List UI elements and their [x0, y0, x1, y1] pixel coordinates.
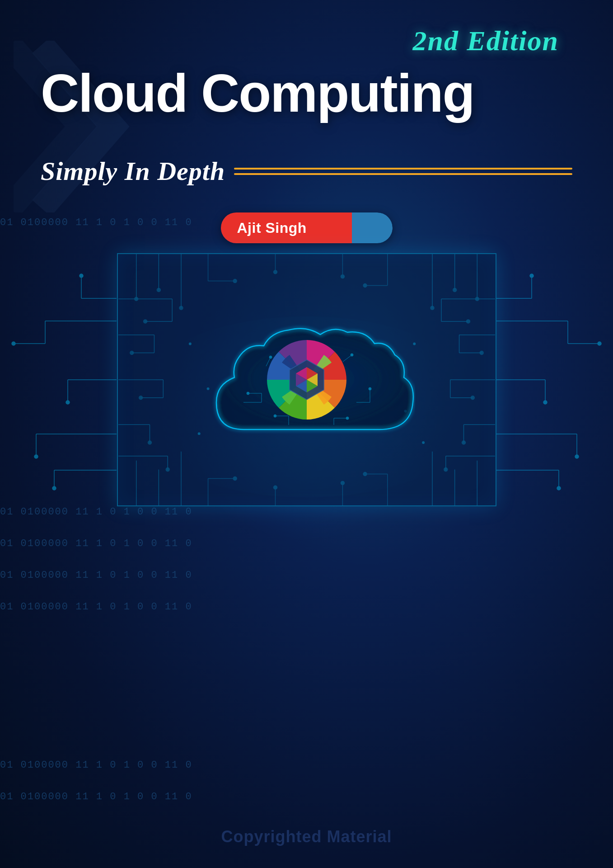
- svg-point-111: [66, 401, 70, 404]
- svg-point-30: [466, 320, 470, 323]
- book-cover: 01 0100000 11 1 0 1 0 0 11 0 01 0100000 …: [0, 0, 613, 868]
- svg-point-3: [143, 320, 147, 323]
- svg-point-11: [139, 396, 142, 400]
- svg-point-127: [543, 401, 547, 404]
- svg-point-83: [247, 392, 249, 395]
- svg-point-66: [233, 476, 237, 480]
- svg-point-133: [530, 274, 533, 278]
- svg-point-23: [179, 306, 183, 310]
- svg-point-68: [273, 486, 277, 489]
- binary-text-5: 01 0100000 11 1 0 1 0 0 11 0: [0, 601, 613, 613]
- svg-point-136: [557, 486, 561, 490]
- svg-point-73: [363, 472, 367, 476]
- edition-label: 2nd Edition: [413, 25, 559, 57]
- subtitle-container: Simply In Depth: [41, 156, 572, 186]
- circuit-container: [117, 253, 496, 506]
- svg-point-7: [130, 351, 133, 354]
- svg-point-48: [475, 297, 479, 301]
- author-badge-tail: [352, 212, 393, 243]
- svg-point-86: [369, 387, 371, 390]
- svg-point-44: [444, 468, 447, 472]
- svg-point-56: [233, 279, 237, 283]
- binary-text-6: 01 0100000 11 1 0 1 0 0 11 0: [0, 760, 613, 771]
- svg-point-79: [422, 441, 425, 444]
- svg-point-50: [431, 306, 434, 310]
- svg-point-117: [80, 274, 83, 278]
- svg-point-22: [157, 288, 160, 292]
- svg-point-74: [188, 343, 191, 345]
- svg-point-34: [480, 351, 483, 354]
- svg-point-41: [462, 441, 465, 444]
- svg-point-60: [341, 275, 344, 278]
- subtitle-line-1: [234, 168, 572, 170]
- subtitle-lines: [234, 168, 572, 175]
- svg-point-17: [166, 468, 169, 472]
- binary-text-7: 01 0100000 11 1 0 1 0 0 11 0: [0, 791, 613, 802]
- binary-text-4: 01 0100000 11 1 0 1 0 0 11 0: [0, 570, 613, 581]
- subtitle-text: Simply In Depth: [41, 156, 225, 186]
- svg-point-21: [134, 297, 138, 301]
- circuit-frame: [117, 253, 496, 506]
- author-badge: Ajit Singh: [221, 212, 393, 243]
- svg-point-108: [12, 342, 15, 345]
- svg-point-120: [52, 486, 56, 490]
- svg-point-130: [575, 455, 579, 458]
- binary-text-3: 01 0100000 11 1 0 1 0 0 11 0: [0, 538, 613, 549]
- svg-point-49: [453, 288, 456, 292]
- svg-point-14: [148, 441, 151, 444]
- book-title: Cloud Computing: [41, 66, 572, 122]
- cloud-wrapper: [198, 303, 415, 457]
- svg-point-114: [34, 455, 38, 458]
- svg-point-70: [341, 481, 344, 485]
- author-name: Ajit Singh: [221, 212, 352, 243]
- svg-point-58: [273, 270, 277, 274]
- subtitle-line-2: [234, 173, 572, 175]
- svg-point-63: [363, 284, 367, 288]
- svg-point-38: [471, 396, 474, 400]
- gem-wheel: [257, 330, 356, 429]
- copyright-text: Copyrighted Material: [0, 827, 613, 846]
- svg-point-124: [598, 342, 601, 345]
- binary-text-2: 01 0100000 11 1 0 1 0 0 11 0: [0, 506, 613, 518]
